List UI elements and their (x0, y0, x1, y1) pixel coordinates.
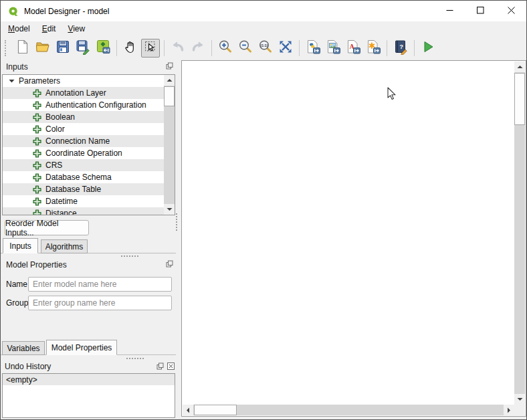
titlebar[interactable]: Model Designer - model (1, 1, 526, 22)
tab-algorithms[interactable]: Algorithms (41, 239, 88, 253)
expand-collapse-icon[interactable] (9, 79, 15, 83)
toolbar-separator (116, 40, 117, 56)
save-model-as-button[interactable] (74, 39, 92, 58)
parameter-item[interactable]: Connection Name (3, 135, 175, 147)
menu-view[interactable]: View (62, 22, 91, 35)
parameter-label: CRS (45, 161, 62, 170)
inputs-panel-float-button[interactable] (165, 62, 174, 70)
splitter-handle[interactable] (121, 255, 138, 257)
model-group-input[interactable] (28, 296, 172, 310)
add-parameter-icon (33, 113, 41, 122)
undo-item-label: <empty> (6, 375, 37, 385)
scroll-thumb[interactable] (514, 73, 525, 125)
scroll-thumb[interactable] (164, 86, 175, 106)
model-properties-title: Model Properties (6, 260, 67, 270)
parameter-label: Annotation Layer (45, 88, 106, 98)
redo-button[interactable] (189, 39, 207, 58)
new-model-button[interactable] (13, 39, 32, 58)
export-as-python-button[interactable] (304, 39, 322, 58)
redo-icon (190, 39, 206, 57)
splitter-handle[interactable] (126, 358, 144, 359)
scroll-down-button[interactable] (514, 394, 525, 405)
export-as-pdf-button[interactable]: A (344, 39, 362, 58)
help-book-icon: ? (393, 39, 409, 57)
parameter-label: Datetime (45, 197, 78, 206)
close-button[interactable] (496, 1, 526, 21)
parameter-item[interactable]: Database Table (3, 183, 175, 195)
parameter-item[interactable]: Distance (3, 207, 175, 215)
scroll-down-button[interactable] (164, 204, 175, 215)
parameter-item[interactable]: CRS (3, 159, 175, 171)
tab-variables[interactable]: Variables (2, 341, 45, 355)
zoom-out-icon (237, 39, 253, 57)
parameter-item[interactable]: Color (3, 123, 175, 135)
open-model-button[interactable] (33, 39, 52, 58)
tree-scrollbar[interactable] (164, 75, 175, 215)
tree-root-parameters[interactable]: Parameters (3, 75, 175, 87)
parameter-item[interactable]: Authentication Configuration (3, 99, 175, 111)
svg-text:(1:1): (1:1) (261, 43, 268, 47)
zoom-out-button[interactable] (236, 39, 255, 58)
window-title: Model Designer - model (24, 7, 109, 16)
parameter-list: Annotation Layer Authentication Configur… (3, 87, 175, 215)
scroll-thumb[interactable] (194, 405, 237, 415)
scroll-up-button[interactable] (164, 75, 175, 86)
menu-edit[interactable]: Edit (36, 22, 62, 35)
canvas-horizontal-scrollbar[interactable] (183, 405, 514, 415)
parameter-item[interactable]: Datetime (3, 195, 175, 207)
minimize-icon (446, 7, 453, 16)
toolbar-drag-handle[interactable] (5, 40, 9, 56)
menu-model[interactable]: Model (2, 22, 36, 35)
run-model-button[interactable] (419, 39, 437, 58)
export-as-image-button[interactable] (324, 39, 342, 58)
select-move-item-button[interactable] (141, 39, 160, 58)
model-properties-float-button[interactable] (165, 259, 174, 268)
name-label: Name (6, 280, 27, 289)
undo-history-close-button[interactable] (167, 362, 175, 371)
edit-model-help-button[interactable]: ? (391, 39, 410, 58)
save-model-in-project-button[interactable] (94, 39, 112, 58)
zoom-actual-button[interactable]: (1:1) (256, 39, 275, 58)
scroll-right-button[interactable] (504, 405, 514, 415)
toolbar-separator (211, 40, 212, 56)
scrollbar-corner (514, 405, 525, 415)
model-name-input[interactable] (28, 277, 172, 292)
undo-history-item[interactable]: <empty> (3, 374, 175, 385)
folder-icon (35, 39, 51, 57)
add-parameter-icon (33, 149, 41, 158)
parameter-label: Coordinate Operation (45, 148, 122, 158)
undo-history-title: Undo History (5, 362, 51, 371)
undo-icon (170, 39, 186, 57)
tab-model-properties[interactable]: Model Properties (46, 340, 117, 355)
canvas-vertical-scrollbar[interactable] (514, 62, 525, 405)
add-parameter-icon (33, 197, 41, 206)
parameter-item[interactable]: Coordinate Operation (3, 147, 175, 159)
zoom-in-button[interactable] (216, 39, 235, 58)
add-parameter-icon (33, 89, 41, 98)
tree-root-label: Parameters (19, 76, 60, 86)
toolbar-separator (414, 40, 415, 56)
parameter-label: Connection Name (45, 136, 110, 146)
scroll-left-button[interactable] (183, 405, 193, 415)
select-cursor-icon (142, 39, 159, 57)
parameter-item[interactable]: Database Schema (3, 171, 175, 183)
model-canvas[interactable] (181, 60, 526, 417)
tab-inputs[interactable]: Inputs (3, 238, 38, 253)
parameter-item[interactable]: Boolean (3, 111, 175, 123)
pan-tool-button[interactable] (121, 39, 140, 58)
zoom-in-icon (217, 39, 233, 57)
reorder-model-inputs-button[interactable]: Reorder Model Inputs... (5, 220, 89, 235)
undo-button[interactable] (169, 39, 187, 58)
maximize-button[interactable] (465, 1, 496, 21)
undo-history-float-button[interactable] (156, 362, 165, 371)
parameter-item[interactable]: Annotation Layer (3, 87, 175, 99)
scroll-up-button[interactable] (514, 62, 525, 72)
dock-splitter-handle[interactable] (176, 213, 177, 231)
parameter-label: Authentication Configuration (45, 100, 146, 110)
export-as-svg-button[interactable] (364, 39, 383, 58)
minimize-button[interactable] (434, 1, 465, 21)
save-model-button[interactable] (54, 39, 72, 58)
parameter-label: Database Schema (45, 173, 112, 182)
zoom-full-button[interactable] (276, 39, 295, 58)
pan-hand-icon (122, 39, 138, 57)
